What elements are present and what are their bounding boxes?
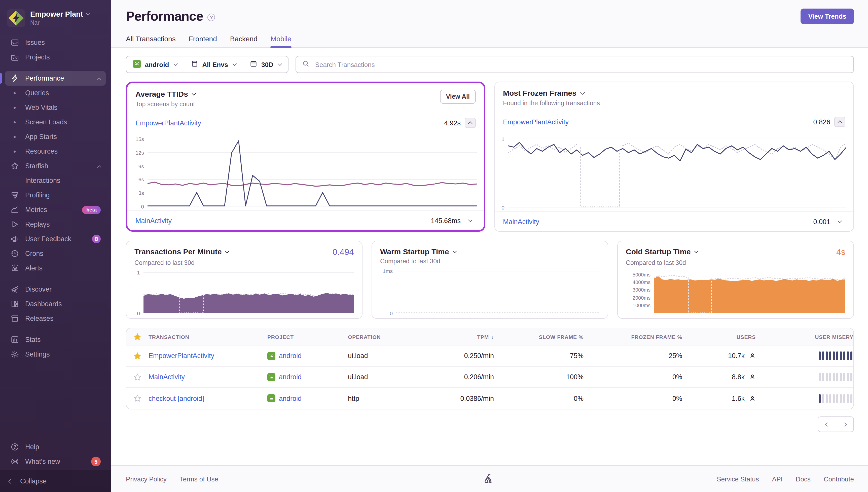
sidebar-item-issues[interactable]: Issues	[5, 35, 106, 50]
project-filter-value: android	[145, 61, 169, 68]
tpm-title-dropdown[interactable]: Transactions Per Minute	[134, 247, 229, 256]
footer-link-terms-of-use[interactable]: Terms of Use	[180, 475, 218, 483]
project-link[interactable]: android	[279, 352, 302, 360]
chart-plot	[148, 134, 477, 206]
frozen_frames-svg	[508, 133, 846, 207]
sidebar-item-metrics[interactable]: Metricsbeta	[5, 202, 106, 217]
user-misery-cell	[756, 394, 853, 402]
ttid-title-dropdown[interactable]: Average TTIDs	[135, 90, 196, 98]
megaphone-icon	[9, 235, 20, 243]
sidebar-item-web-vitals[interactable]: Web Vitals	[5, 100, 106, 115]
transaction-link[interactable]: MainActivity	[149, 373, 185, 381]
column-header-label: OPERATION	[348, 334, 381, 340]
ttid-value: 4.92s	[444, 119, 461, 127]
tab-all-transactions[interactable]: All Transactions	[126, 35, 176, 47]
column-header-project[interactable]: PROJECT	[267, 334, 348, 340]
project-link[interactable]: android	[279, 373, 302, 381]
frozen-title-dropdown[interactable]: Most Frozen Frames	[503, 89, 600, 97]
warm-title-dropdown[interactable]: Warm Startup Time	[380, 247, 456, 256]
transaction-link[interactable]: MainActivity	[135, 217, 172, 224]
view-trends-button[interactable]: View Trends	[801, 8, 854, 24]
sidebar-item-what-s-new[interactable]: What's new5	[5, 454, 106, 469]
chevron-down-icon	[278, 62, 282, 66]
expand-row-button[interactable]	[834, 217, 845, 227]
issues-icon	[9, 38, 20, 47]
sidebar-item-profiling[interactable]: Profiling	[5, 188, 106, 202]
footer-link-service-status[interactable]: Service Status	[717, 475, 759, 483]
sidebar-item-app-starts[interactable]: App Starts	[5, 129, 106, 144]
collapse-row-button[interactable]	[465, 118, 476, 128]
footer-link-privacy-policy[interactable]: Privacy Policy	[126, 475, 167, 483]
cold-svg	[654, 270, 845, 313]
next-page-button[interactable]	[836, 417, 853, 432]
column-header-users[interactable]: USERS	[682, 334, 756, 340]
transaction-link[interactable]: EmpowerPlantActivity	[149, 352, 214, 360]
footer-link-contribute[interactable]: Contribute	[824, 475, 854, 483]
sidebar-item-crons[interactable]: Crons	[5, 246, 106, 261]
frozen-row-mainactivity: MainActivity 0.001	[495, 212, 853, 231]
column-header-tpm[interactable]: TPM↓	[433, 334, 494, 340]
axis-tick-label: 12s	[135, 150, 144, 155]
sidebar-item-screen-loads[interactable]: Screen Loads	[5, 115, 106, 129]
star-filled-icon[interactable]	[126, 352, 149, 360]
cold-title-dropdown[interactable]: Cold Startup Time	[626, 247, 698, 256]
page-help-icon[interactable]: ?	[208, 14, 215, 21]
sidebar-item-help[interactable]: Help	[5, 440, 106, 454]
sidebar-item-resources[interactable]: Resources	[5, 144, 106, 158]
chevron-down-icon	[192, 91, 196, 95]
sidebar-item-interactions[interactable]: Interactions	[5, 173, 106, 188]
sidebar-item-replays[interactable]: Replays	[5, 217, 106, 232]
tab-frontend[interactable]: Frontend	[189, 35, 217, 47]
sidebar-item-alerts[interactable]: Alerts	[5, 261, 106, 275]
sidebar-section: IssuesProjects	[5, 35, 106, 65]
footer-link-docs[interactable]: Docs	[796, 475, 811, 483]
collapse-row-button[interactable]	[834, 117, 845, 127]
transaction-link[interactable]: EmpowerPlantActivity	[503, 118, 569, 126]
sidebar-item-dashboards[interactable]: Dashboards	[5, 297, 106, 311]
date-range-filter[interactable]: 30D	[243, 56, 288, 73]
gear-icon	[9, 350, 20, 359]
expand-row-button[interactable]	[465, 216, 476, 226]
org-switcher[interactable]: Empower Plant Nar	[0, 0, 111, 34]
sidebar-item-releases[interactable]: Releases	[5, 311, 106, 326]
project-filter[interactable]: android	[126, 56, 183, 73]
chevron-left-icon	[825, 422, 829, 426]
project-link[interactable]: android	[279, 395, 302, 402]
sidebar-item-starfish[interactable]: Starfish	[5, 158, 106, 173]
page-header: Performance ? View Trends All Transactio…	[111, 0, 868, 48]
tab-mobile[interactable]: Mobile	[271, 35, 291, 47]
sidebar-collapse-button[interactable]: Collapse	[0, 470, 111, 492]
column-header-user-misery[interactable]: USER MISERY	[756, 334, 853, 340]
average-ttids-panel: Average TTIDs Top screens by count View …	[126, 81, 485, 232]
sidebar-item-discover[interactable]: Discover	[5, 282, 106, 297]
sidebar-item-projects[interactable]: Projects	[5, 50, 106, 65]
star-outline-icon[interactable]	[126, 373, 149, 381]
chevron-down-icon	[174, 62, 178, 66]
sidebar-item-stats[interactable]: Stats	[5, 333, 106, 347]
user-feedback-badge: B	[92, 235, 101, 243]
stats-icon	[9, 336, 20, 344]
footer-link-api[interactable]: API	[772, 475, 783, 483]
transaction-link[interactable]: MainActivity	[503, 218, 539, 225]
column-header-label: TRANSACTION	[149, 334, 189, 340]
column-header-frozen-frame[interactable]: FROZEN FRAME %	[584, 334, 682, 340]
environment-filter[interactable]: All Envs	[183, 56, 243, 73]
previous-page-button[interactable]	[818, 417, 836, 432]
column-header-operation[interactable]: OPERATION	[348, 334, 433, 340]
tab-backend[interactable]: Backend	[230, 35, 258, 47]
column-header-slow-frame[interactable]: SLOW FRAME %	[494, 334, 584, 340]
view-all-button[interactable]: View All	[440, 90, 476, 104]
sidebar-section: StatsSettings	[5, 333, 106, 362]
column-header-transaction[interactable]: TRANSACTION	[149, 334, 267, 340]
transaction-link[interactable]: checkout [android]	[149, 395, 204, 402]
user-misery-bars	[756, 373, 853, 381]
search-transactions-input[interactable]	[314, 60, 847, 69]
sidebar-item-performance[interactable]: Performance	[5, 71, 106, 85]
search-icon	[302, 60, 310, 69]
transaction-link[interactable]: EmpowerPlantActivity	[135, 119, 201, 127]
star-outline-icon[interactable]	[126, 394, 149, 402]
users-cell: 8.8k	[682, 373, 756, 381]
sidebar-item-queries[interactable]: Queries	[5, 85, 106, 100]
sidebar-item-settings[interactable]: Settings	[5, 347, 106, 362]
sidebar-item-user-feedback[interactable]: User FeedbackB	[5, 232, 106, 246]
